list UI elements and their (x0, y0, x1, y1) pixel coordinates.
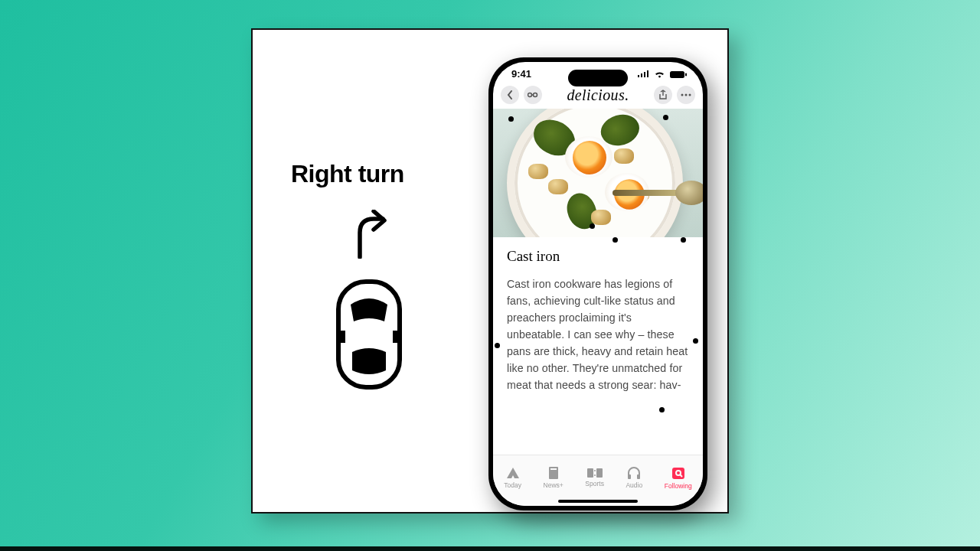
tab-label: Sports (585, 480, 604, 487)
article-title: Cast iron (507, 248, 689, 265)
more-button[interactable] (677, 86, 695, 104)
svg-point-15 (594, 474, 596, 476)
article-body: Cast iron cookware has legions of fans, … (507, 276, 689, 393)
publication-brand[interactable]: delicious. (567, 86, 629, 104)
phone-screen: 9:41 d (493, 62, 703, 506)
svg-rect-13 (596, 468, 603, 478)
svg-rect-12 (587, 468, 593, 478)
reader-view-icon (528, 91, 538, 99)
presentation-card: Right turn (251, 28, 729, 514)
tab-label: Following (665, 482, 692, 490)
status-indicators (637, 68, 688, 80)
spoon-prop (616, 176, 703, 211)
svg-rect-17 (637, 474, 640, 479)
illustration-panel: Right turn (291, 160, 490, 395)
back-button[interactable] (501, 86, 519, 104)
article-hero-image (493, 109, 703, 237)
phone-frame: 9:41 d (488, 57, 707, 510)
news-today-icon (505, 466, 521, 480)
share-button[interactable] (654, 86, 672, 104)
car-top-view-icon (331, 277, 490, 395)
tab-label: Audio (626, 481, 642, 489)
cell-signal-icon (637, 70, 651, 79)
tab-audio[interactable]: Audio (626, 466, 642, 489)
article-nav-bar: delicious. (493, 83, 703, 109)
share-icon (658, 90, 668, 100)
tab-bar: Today News+ Sports Audio (493, 455, 703, 506)
svg-point-14 (594, 470, 596, 471)
svg-rect-18 (672, 468, 684, 479)
wifi-icon (653, 70, 666, 79)
reader-view-button[interactable] (524, 86, 542, 104)
tab-sports[interactable]: Sports (585, 468, 604, 487)
illustration-caption: Right turn (291, 160, 490, 188)
svg-point-7 (681, 94, 684, 96)
gradient-background: Right turn (0, 0, 980, 551)
news-plus-icon (547, 466, 560, 480)
tab-news-plus[interactable]: News+ (544, 466, 564, 489)
scoreboard-icon (586, 468, 603, 478)
dynamic-island (568, 70, 628, 86)
chevron-left-icon (507, 90, 513, 99)
search-badge-icon (671, 465, 686, 481)
status-time: 9:41 (511, 68, 531, 80)
tab-label: Today (504, 481, 521, 489)
headphones-icon (626, 466, 642, 480)
svg-rect-3 (670, 71, 684, 78)
tab-today[interactable]: Today (504, 466, 521, 489)
svg-point-8 (685, 94, 688, 96)
right-turn-arrow-icon (348, 210, 490, 262)
ellipsis-icon (681, 93, 691, 96)
article-content[interactable]: Cast iron Cast iron cookware has legions… (493, 237, 703, 393)
svg-rect-11 (550, 468, 557, 470)
home-indicator[interactable] (558, 500, 638, 503)
svg-point-6 (534, 93, 537, 97)
svg-point-5 (528, 93, 532, 97)
tab-label: News+ (544, 481, 564, 489)
tab-following[interactable]: Following (665, 465, 692, 490)
svg-rect-16 (628, 474, 631, 479)
svg-rect-4 (685, 73, 687, 77)
battery-icon (669, 70, 688, 79)
svg-point-9 (689, 94, 691, 96)
